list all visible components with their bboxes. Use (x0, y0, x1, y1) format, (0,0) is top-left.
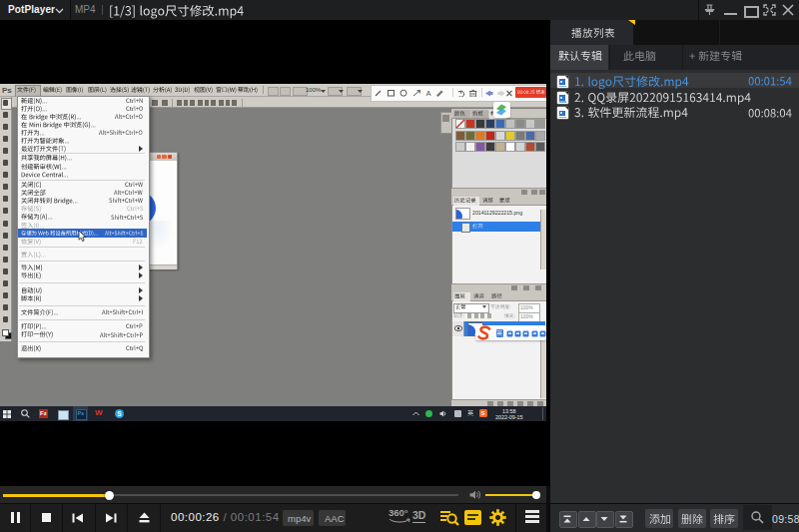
svg-text:A: A (426, 89, 431, 97)
